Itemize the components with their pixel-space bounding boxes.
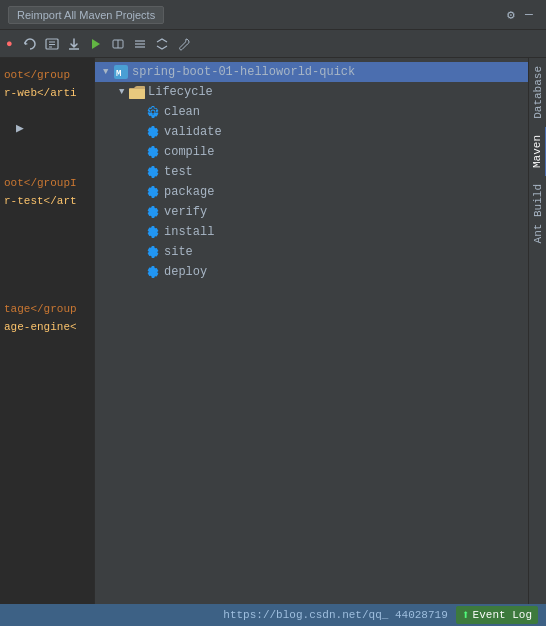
code-line [4, 228, 90, 246]
code-line [4, 138, 90, 156]
maven-panel: ▼ M spring-boot-01-helloworld-quick ▼ [95, 58, 528, 604]
code-line: age-engine< [4, 318, 90, 336]
no-arrow [135, 127, 145, 137]
package-gear-icon [145, 184, 161, 200]
no-arrow [135, 147, 145, 157]
refresh-icon[interactable] [21, 35, 39, 53]
lifecycle-site-item[interactable]: site [95, 242, 528, 262]
code-line [4, 102, 90, 120]
generate-icon[interactable] [43, 35, 61, 53]
wrench-icon[interactable] [175, 35, 193, 53]
code-line: tage</group [4, 300, 90, 318]
download-icon[interactable] [65, 35, 83, 53]
test-label: test [164, 165, 193, 179]
code-panel: oot</group r-web</arti ▶ oot</groupI r-t… [0, 58, 95, 604]
ant-build-tab[interactable]: Ant Build [530, 176, 546, 251]
top-toolbar: Reimport All Maven Projects ⚙ — [0, 0, 546, 30]
project-label: spring-boot-01-helloworld-quick [132, 65, 355, 79]
code-line [4, 282, 90, 300]
site-label: site [164, 245, 193, 259]
lifecycle-validate-item[interactable]: validate [95, 122, 528, 142]
svg-text:M: M [116, 69, 121, 79]
lifecycle-folder-icon [129, 84, 145, 100]
code-line: r-test</art [4, 192, 90, 210]
event-log-label: Event Log [473, 609, 532, 621]
project-root-item[interactable]: ▼ M spring-boot-01-helloworld-quick [95, 62, 528, 82]
maven-tab[interactable]: Maven [529, 127, 547, 176]
lifecycle-arrow: ▼ [119, 87, 129, 97]
clean-label: clean [164, 105, 200, 119]
event-log-button[interactable]: ⬆ Event Log [456, 606, 538, 624]
code-line [4, 210, 90, 228]
validate-label: validate [164, 125, 222, 139]
lifecycle-compile-item[interactable]: compile [95, 142, 528, 162]
install-gear-icon [145, 224, 161, 240]
no-arrow [135, 247, 145, 257]
compile-label: compile [164, 145, 214, 159]
lifecycle-clean-item[interactable]: clean [95, 102, 528, 122]
error-badge: ● [6, 38, 13, 50]
install-label: install [164, 225, 214, 239]
lifecycle-verify-item[interactable]: verify [95, 202, 528, 222]
clean-gear-icon [145, 104, 161, 120]
no-arrow [135, 187, 145, 197]
no-arrow [135, 207, 145, 217]
skip-icon[interactable] [109, 35, 127, 53]
package-label: package [164, 185, 214, 199]
lifecycle-label: Lifecycle [148, 85, 213, 99]
toggle-icon[interactable] [131, 35, 149, 53]
validate-gear-icon [145, 124, 161, 140]
database-tab[interactable]: Database [530, 58, 546, 127]
verify-label: verify [164, 205, 207, 219]
lifecycle-test-item[interactable]: test [95, 162, 528, 182]
code-line [4, 156, 90, 174]
code-line: oot</groupI [4, 174, 90, 192]
lifecycle-install-item[interactable]: install [95, 222, 528, 242]
no-arrow [135, 107, 145, 117]
lifecycle-deploy-item[interactable]: deploy [95, 262, 528, 282]
verify-gear-icon [145, 204, 161, 220]
lifecycle-item[interactable]: ▼ Lifecycle [95, 82, 528, 102]
status-bar: https://blog.csdn.net/qq_ 44028719 ⬆ Eve… [0, 604, 546, 626]
event-log-icon: ⬆ [462, 607, 470, 623]
second-toolbar: ● [0, 30, 546, 58]
svg-marker-5 [92, 39, 100, 49]
no-arrow [135, 227, 145, 237]
test-gear-icon [145, 164, 161, 180]
minimize-icon[interactable]: — [520, 6, 538, 24]
code-line [4, 264, 90, 282]
project-icon: M [113, 64, 129, 80]
no-arrow [135, 267, 145, 277]
deploy-label: deploy [164, 265, 207, 279]
site-gear-icon [145, 244, 161, 260]
run-icon[interactable] [87, 35, 105, 53]
expand-icon[interactable] [153, 35, 171, 53]
settings-icon[interactable]: ⚙ [502, 6, 520, 24]
code-arrow-line: ▶ [4, 120, 90, 138]
code-content: oot</group r-web</arti ▶ oot</groupI r-t… [0, 58, 94, 344]
code-line: r-web</arti [4, 84, 90, 102]
compile-gear-icon [145, 144, 161, 160]
main-area: oot</group r-web</arti ▶ oot</groupI r-t… [0, 58, 546, 604]
code-line [4, 246, 90, 264]
deploy-gear-icon [145, 264, 161, 280]
url-text: https://blog.csdn.net/qq_ 44028719 [223, 609, 447, 621]
code-line: oot</group [4, 66, 90, 84]
tree-container: ▼ M spring-boot-01-helloworld-quick ▼ [95, 58, 528, 286]
right-tabs: Database Maven Ant Build [528, 58, 546, 604]
lifecycle-package-item[interactable]: package [95, 182, 528, 202]
no-arrow [135, 167, 145, 177]
reimport-button[interactable]: Reimport All Maven Projects [8, 6, 164, 24]
expand-arrow: ▼ [103, 67, 113, 77]
